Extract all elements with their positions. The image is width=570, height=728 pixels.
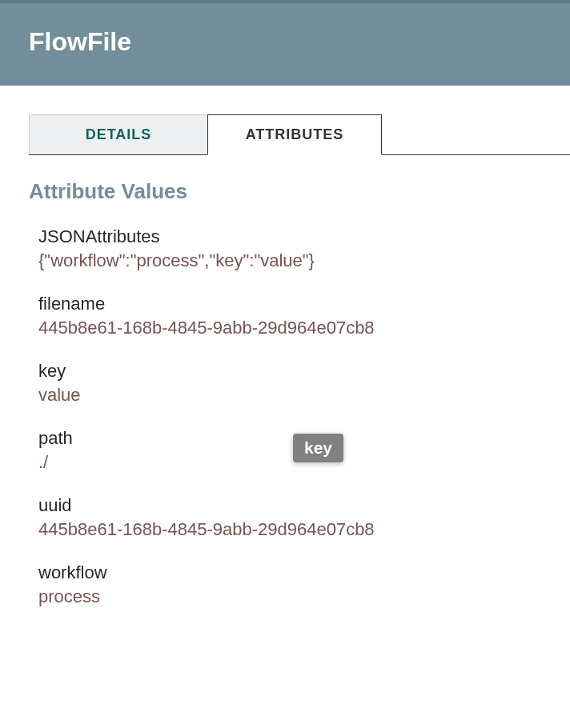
attribute-value: 445b8e61-168b-4845-9abb-29d964e07cb8 <box>38 318 541 338</box>
tab-attributes[interactable]: ATTRIBUTES <box>207 114 382 155</box>
attribute-name: JSONAttributes <box>38 226 541 247</box>
attribute-value: 445b8e61-168b-4845-9abb-29d964e07cb8 <box>38 519 541 540</box>
dialog-header: FlowFile <box>0 0 570 86</box>
tab-details[interactable]: DETAILS <box>29 114 208 154</box>
attribute-value: value <box>38 385 541 406</box>
dialog-title: FlowFile <box>29 27 541 57</box>
content-area: Attribute Values JSONAttributes {"workfl… <box>0 155 570 654</box>
attribute-value: process <box>38 586 541 607</box>
attribute-row: uuid 445b8e61-168b-4845-9abb-29d964e07cb… <box>29 495 541 540</box>
attribute-value: {"workflow":"process","key":"value"} <box>38 250 541 271</box>
attribute-name: uuid <box>38 495 541 516</box>
attribute-name: filename <box>38 294 541 314</box>
attribute-name: path <box>38 428 541 449</box>
attribute-row: JSONAttributes {"workflow":"process","ke… <box>29 226 541 271</box>
attribute-value: ./ <box>38 452 541 473</box>
attribute-row: key value <box>29 361 541 406</box>
attribute-name: key <box>38 361 541 382</box>
attribute-row: filename 445b8e61-168b-4845-9abb-29d964e… <box>29 294 541 338</box>
attribute-row: path ./ <box>29 428 541 473</box>
tabs-container: DETAILS ATTRIBUTES <box>29 114 570 155</box>
section-title: Attribute Values <box>29 179 541 204</box>
attribute-name: workflow <box>38 562 541 583</box>
tooltip: key <box>293 434 343 462</box>
attribute-row: workflow process <box>29 562 541 607</box>
